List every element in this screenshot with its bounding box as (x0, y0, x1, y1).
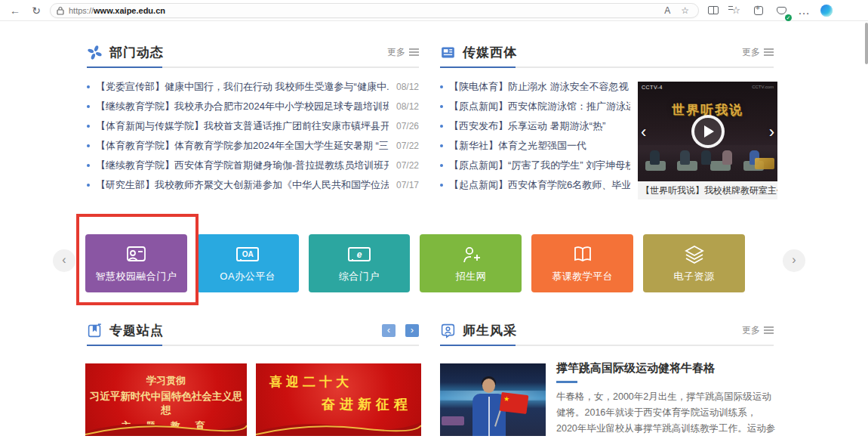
tile-admissions[interactable]: 招生网 (420, 234, 522, 292)
news-link[interactable]: 【新华社】体育之光塑强国一代 (449, 139, 630, 153)
browser-essentials-icon[interactable]: ✓ (773, 2, 790, 19)
play-icon (704, 125, 714, 138)
news-link[interactable]: 【陕电体育】防止溺水 游泳安全不容忽视！#... (449, 80, 630, 94)
copilot-icon[interactable] (818, 2, 835, 19)
news-item[interactable]: 【继续教育学院】我校承办合肥市2024年中小学校园足球专题培训班08/12 (87, 97, 419, 116)
play-button[interactable] (691, 115, 725, 148)
news-item[interactable]: 【原点新闻】西安体院游泳馆：推广游泳运动 ... (440, 97, 630, 116)
menu-icon (764, 329, 774, 331)
url-scheme: https:// (69, 6, 94, 15)
dept-news-title: 部门动态 (109, 44, 164, 61)
scrollbar[interactable] (865, 23, 868, 64)
tile-label: 招生网 (456, 270, 487, 283)
news-link[interactable]: 【继续教育学院】我校承办合肥市2024年中小学校园足球专题培训班 (96, 100, 389, 113)
tile-mooc-platform[interactable]: 慕课教学平台 (531, 234, 633, 292)
topic-banner-20th-congress[interactable]: 喜迎二十大 奋进新征程 (256, 363, 421, 436)
browser-toolbar: ← ↻ https://www.xaipe.edu.cn A ☆ ☆ ✓ … (0, 0, 868, 21)
refresh-icon[interactable]: ↻ (29, 5, 44, 17)
news-link[interactable]: 【原点新闻】西安体院游泳馆：推广游泳运动 ... (449, 100, 630, 113)
more-label: 更多 (742, 46, 760, 59)
athlete-photo[interactable]: ★ (440, 363, 546, 436)
split-screen-icon[interactable] (705, 2, 722, 19)
url-domain: www.xaipe.edu.cn (94, 6, 165, 15)
tile-label: OA办公平台 (220, 270, 275, 283)
read-aloud-icon[interactable]: A (661, 5, 673, 16)
video-thumbnail[interactable]: CCTV-4 CCTV.com 世界听我说 ‹ › (638, 82, 777, 181)
topics-next-button[interactable]: › (405, 324, 419, 337)
bullet-icon (440, 85, 443, 88)
media-more-button[interactable]: 更多 (742, 46, 774, 59)
banner-line: 学习贯彻 (85, 374, 247, 388)
back-icon[interactable]: ← (8, 5, 23, 17)
bullet-icon (87, 164, 90, 167)
favorites-bar-icon[interactable]: ☆ (728, 2, 744, 19)
news-item[interactable]: 【体育新闻与传媒学院】我校首支普通话推广团前往安康市镇坪县开展“推普助...07… (87, 116, 419, 136)
media-underline (440, 66, 774, 68)
menu-icon (409, 51, 419, 53)
news-link[interactable]: 【体育新闻与传媒学院】我校首支普通话推广团前往安康市镇坪县开展“推普助... (96, 119, 389, 133)
tile-label: 慕课教学平台 (552, 270, 613, 283)
news-link[interactable]: 【体育教育学院】体育教育学院参加2024年全国大学生延安暑期 “三下... (96, 139, 389, 153)
banner-wave-decoration (85, 416, 247, 436)
news-item[interactable]: 【西安发布】乐享运动 暑期游泳“热” (440, 116, 630, 136)
topics-header: 专题站点 ‹ › (87, 317, 419, 343)
people-title: 师生风采 (463, 322, 517, 339)
tiles-next-button[interactable]: › (783, 249, 805, 272)
tile-smart-campus-portal[interactable]: 智慧校园融合门户 (85, 234, 187, 292)
news-item[interactable]: 【继续教育学院】西安体育学院首期健身瑜伽-普拉提教练员培训班开班...07/22 (87, 156, 419, 175)
news-link[interactable]: 【党委宣传部】健康中国行，我们在行动 我校师生受邀参与“健康中... (96, 80, 389, 94)
page: ← ↻ https://www.xaipe.edu.cn A ☆ ☆ ✓ … (0, 0, 868, 439)
news-item[interactable]: 【新华社】体育之光塑强国一代 (440, 136, 630, 156)
layers-icon (683, 244, 706, 265)
tile-oa-platform[interactable]: OA OA办公平台 (197, 234, 299, 292)
favorite-star-icon[interactable]: ☆ (678, 5, 692, 16)
bullet-icon (440, 184, 443, 187)
tile-label: 电子资源 (674, 270, 715, 283)
lock-icon (57, 6, 64, 15)
essentials-check-badge: ✓ (785, 14, 792, 21)
collections-icon[interactable] (750, 2, 767, 19)
more-label: 更多 (742, 324, 760, 337)
news-item[interactable]: 【原点新闻】“厉害了我的学生” 刘宇坤母校... (440, 156, 630, 175)
bullet-icon (87, 184, 90, 187)
news-item[interactable]: 【研究生部】我校教师齐聚交大创新港参加《中华人民共和国学位法...07/17 (87, 175, 419, 195)
id-card-person-icon (125, 244, 147, 265)
e-monitor-icon: e (348, 244, 371, 265)
more-label: 更多 (387, 46, 405, 59)
news-item[interactable]: 【陕电体育】防止溺水 游泳安全不容忽视！#... (440, 77, 630, 97)
video-prev-icon[interactable]: ‹ (641, 122, 646, 142)
url-text[interactable]: https://www.xaipe.edu.cn (69, 6, 165, 15)
tv-channel-logo: CCTV-4 (642, 85, 663, 90)
bullet-icon (440, 144, 443, 147)
address-bar[interactable]: https://www.xaipe.edu.cn A ☆ (50, 3, 699, 18)
open-book-icon (571, 244, 594, 265)
person-badge-icon (440, 323, 456, 339)
news-link[interactable]: 【研究生部】我校教师齐聚交大创新港参加《中华人民共和国学位法... (96, 178, 389, 192)
tile-label: 综合门户 (339, 270, 380, 283)
news-item[interactable]: 【起点新闻】西安体育学院6名教师、毕业生征... (440, 175, 630, 195)
topic-banner-theme-education[interactable]: 学习贯彻 习近平新时代中国特色社会主义思想 主 题 教 育 (85, 363, 247, 436)
people-more-button[interactable]: 更多 (742, 324, 774, 337)
news-link[interactable]: 【继续教育学院】西安体育学院首期健身瑜伽-普拉提教练员培训班开班... (96, 159, 389, 172)
dept-news-header: 部门动态 更多 (87, 39, 419, 65)
tile-portal[interactable]: e 综合门户 (309, 234, 411, 292)
news-item[interactable]: 【体育教育学院】体育教育学院参加2024年全国大学生延安暑期 “三下...07/… (87, 136, 419, 156)
show-logo-badge (755, 158, 774, 169)
topics-prev-button[interactable]: ‹ (382, 324, 396, 337)
people-underline (440, 345, 774, 346)
banner-wave-decoration (256, 416, 421, 436)
news-link[interactable]: 【起点新闻】西安体育学院6名教师、毕业生征... (449, 178, 630, 192)
video-caption[interactable]: 【世界听我说】我校棋牌教研室主任李... (638, 181, 777, 199)
tiles-prev-button[interactable]: ‹ (53, 249, 75, 272)
athlete-article: 撑竿跳高国际级运动健将牛春格 牛春格，女，2000年2月出生，撑竿跳高国际级运动… (556, 361, 777, 439)
settings-more-icon[interactable]: … (796, 2, 812, 19)
news-link[interactable]: 【西安发布】乐享运动 暑期游泳“热” (449, 119, 630, 133)
news-date: 07/26 (396, 121, 419, 131)
dept-news-more-button[interactable]: 更多 (387, 46, 419, 59)
news-link[interactable]: 【原点新闻】“厉害了我的学生” 刘宇坤母校... (449, 159, 630, 172)
article-title[interactable]: 撑竿跳高国际级运动健将牛春格 (556, 361, 777, 376)
news-item[interactable]: 【党委宣传部】健康中国行，我们在行动 我校师生受邀参与“健康中...08/12 (87, 77, 419, 97)
video-next-icon[interactable]: › (769, 122, 774, 142)
banner-line: 喜迎二十大 (269, 373, 352, 391)
tile-e-resources[interactable]: 电子资源 (643, 234, 745, 292)
